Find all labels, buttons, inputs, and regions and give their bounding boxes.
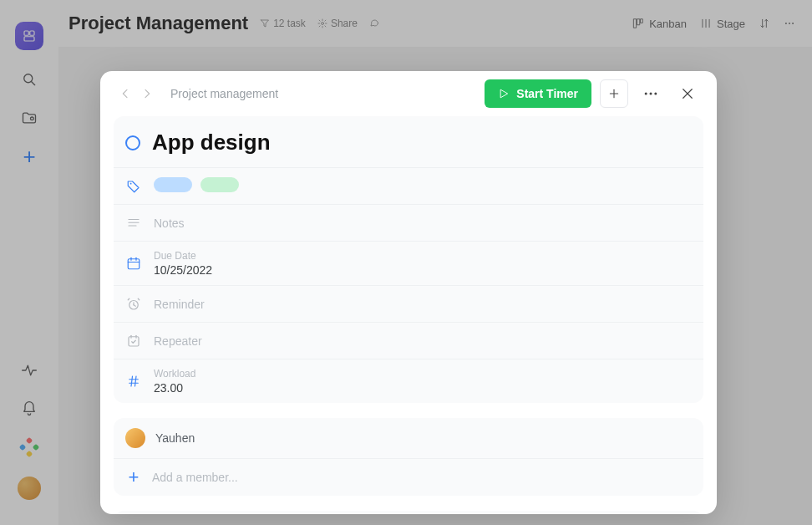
task-title[interactable]: App design: [152, 130, 690, 155]
svg-rect-29: [128, 259, 140, 269]
svg-point-22: [654, 93, 657, 95]
svg-point-20: [645, 93, 647, 95]
workload-row[interactable]: Workload 23.00: [114, 359, 703, 403]
add-button[interactable]: [600, 79, 628, 108]
tags-row[interactable]: [114, 167, 703, 204]
start-timer-button[interactable]: Start Timer: [485, 79, 591, 108]
svg-marker-17: [501, 89, 508, 97]
repeater-placeholder: Repeater: [154, 334, 202, 348]
close-button[interactable]: [673, 79, 702, 108]
member-row[interactable]: Yauhen: [114, 418, 703, 458]
tag-pill[interactable]: [154, 177, 192, 192]
repeater-row[interactable]: Repeater: [114, 322, 703, 359]
add-member-row[interactable]: + Add a member...: [114, 458, 703, 496]
workload-label: Workload: [154, 368, 195, 380]
svg-line-36: [128, 298, 129, 300]
hash-icon: [125, 373, 142, 390]
status-toggle[interactable]: [125, 135, 140, 150]
members-card: Yauhen + Add a member...: [114, 418, 703, 496]
task-properties-card: App design Notes: [114, 116, 703, 403]
svg-rect-38: [129, 336, 139, 345]
notes-placeholder: Notes: [154, 217, 185, 230]
workload-value: 23.00: [154, 381, 195, 395]
svg-line-44: [135, 376, 137, 386]
member-avatar: [125, 428, 145, 448]
reminder-row[interactable]: Reminder: [114, 285, 703, 322]
svg-line-43: [131, 376, 133, 386]
nav-back-button[interactable]: [115, 84, 135, 104]
member-name: Yauhen: [155, 431, 195, 445]
files-card: formularz-wniosku-o-wpisanie-z_914.docx …: [114, 511, 703, 514]
file-row[interactable]: formularz-wniosku-o-wpisanie-z_914.docx …: [114, 511, 703, 514]
tag-pill[interactable]: [200, 177, 239, 192]
breadcrumb[interactable]: Project management: [165, 87, 278, 100]
calendar-icon: [125, 255, 142, 272]
alarm-icon: [125, 296, 142, 313]
svg-point-25: [130, 182, 132, 184]
tag-list: [154, 177, 239, 196]
modal-header: Project management Start Timer: [100, 71, 717, 116]
nav-forward-button[interactable]: [137, 84, 157, 104]
notes-row[interactable]: Notes: [114, 204, 703, 241]
modal-more-button[interactable]: [637, 79, 665, 108]
notes-icon: [125, 215, 142, 232]
add-member-placeholder: Add a member...: [152, 471, 238, 484]
plus-icon: +: [125, 469, 142, 486]
svg-point-21: [650, 93, 652, 95]
due-date-value: 10/25/2022: [154, 263, 212, 277]
svg-line-37: [138, 298, 140, 300]
repeat-icon: [125, 333, 142, 349]
task-modal: Project management Start Timer App desig…: [100, 71, 717, 514]
due-date-row[interactable]: Due Date 10/25/2022: [114, 241, 703, 285]
reminder-placeholder: Reminder: [154, 298, 205, 311]
svg-line-35: [134, 304, 135, 306]
due-date-label: Due Date: [154, 250, 212, 262]
tag-icon: [125, 178, 142, 195]
